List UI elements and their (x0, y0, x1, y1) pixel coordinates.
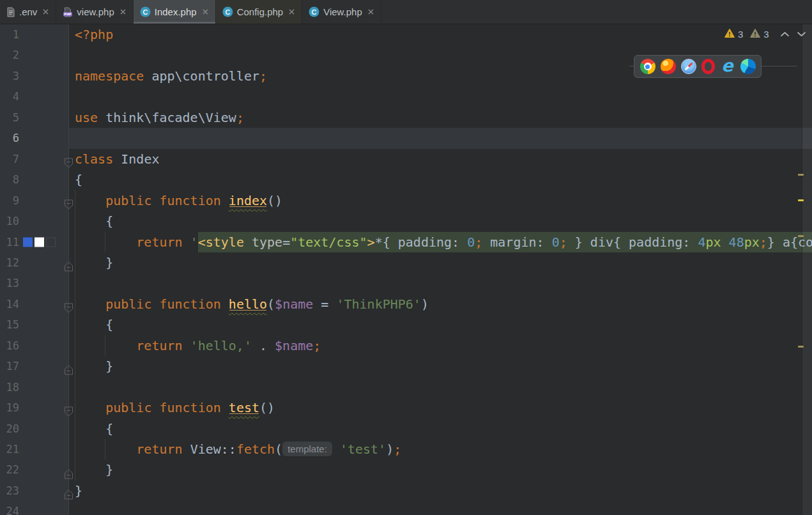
fold-expanded-icon[interactable] (64, 195, 73, 206)
line-number[interactable]: 18 (0, 377, 19, 397)
fold-expanded-icon[interactable] (64, 299, 73, 310)
line-number[interactable]: 22 (0, 459, 19, 480)
color-swatch[interactable] (34, 237, 44, 247)
code-token: "text/css" (290, 234, 367, 250)
line-number[interactable]: 1 (0, 24, 19, 45)
fold-end-icon[interactable] (64, 361, 73, 372)
close-icon[interactable] (288, 8, 295, 15)
tab-view.php[interactable]: PHPview.php (56, 0, 133, 24)
line-number[interactable]: 16 (0, 335, 19, 356)
previous-highlight-button[interactable] (780, 31, 790, 37)
opera-icon[interactable] (701, 59, 715, 74)
line-number[interactable]: 4 (0, 86, 19, 107)
fold-expanded-icon[interactable] (64, 403, 73, 413)
code-token: = (313, 296, 336, 312)
code-token: public function (105, 193, 221, 208)
tab-Config.php[interactable]: CConfig.php (216, 0, 303, 24)
line-number[interactable]: 23 (0, 480, 19, 501)
tab-Index.php[interactable]: CIndex.php (134, 0, 216, 24)
code-text: } (75, 480, 82, 501)
fold-end-icon[interactable] (64, 465, 73, 475)
line-number[interactable]: 15 (0, 314, 19, 335)
fold-end-icon[interactable] (64, 486, 73, 496)
line-number[interactable]: 10 (0, 211, 19, 231)
line-number[interactable]: 11 (0, 232, 19, 252)
code-text: } (75, 459, 113, 480)
code-editor[interactable]: 1<?php23namespace app\controller;45use t… (0, 24, 812, 515)
internet-explorer-icon[interactable] (720, 59, 735, 74)
code-token (721, 234, 729, 250)
code-token: } (75, 255, 113, 270)
close-icon[interactable] (367, 8, 374, 15)
fold-end-icon[interactable] (64, 258, 73, 268)
tab-bar: .envPHPview.phpCIndex.phpCConfig.phpCVie… (0, 0, 812, 24)
code-token: Index (113, 151, 159, 167)
line-number[interactable]: 20 (0, 419, 19, 439)
code-token: think\facade\View (98, 110, 236, 125)
line-number[interactable]: 12 (0, 252, 19, 273)
line-number[interactable]: 5 (0, 107, 19, 128)
error-stripe-mark[interactable] (798, 346, 804, 348)
code-token (75, 338, 136, 353)
line-number[interactable]: 19 (0, 397, 19, 418)
error-stripe-mark[interactable] (798, 174, 804, 176)
safari-icon[interactable] (681, 59, 696, 74)
line-number[interactable]: 3 (0, 66, 19, 86)
open-in-browser-toolbar (634, 55, 762, 78)
code-line: 23} (0, 480, 812, 501)
code-token: <style (198, 234, 244, 250)
code-token: 'ThinkPHP6' (336, 296, 420, 312)
chrome-icon[interactable] (640, 59, 655, 74)
line-number[interactable]: 7 (0, 149, 19, 169)
error-stripe-mark[interactable] (798, 235, 804, 237)
line-number[interactable]: 24 (0, 501, 19, 515)
code-line: 13 (0, 273, 812, 293)
code-text: } (75, 356, 113, 376)
tab-View.php[interactable]: CView.php (302, 0, 381, 24)
weak-warning-count[interactable]: 3 (763, 29, 769, 40)
tab-label: view.php (77, 6, 114, 17)
code-token: fetch (236, 442, 275, 457)
line-number[interactable]: 13 (0, 273, 19, 293)
warning-icon[interactable] (724, 28, 735, 40)
code-token: View:: (190, 442, 236, 457)
close-icon[interactable] (202, 8, 209, 15)
code-line: 15 { (0, 314, 812, 335)
code-text: return '<style type="text/css">*{ paddin… (75, 232, 812, 252)
tab-label: View.php (323, 6, 362, 17)
color-swatch[interactable] (46, 237, 56, 247)
code-line: 16 return 'hello,' . $name; (0, 335, 812, 356)
warning-count[interactable]: 3 (738, 29, 743, 40)
code-token (75, 234, 136, 250)
code-token: ) (421, 296, 429, 312)
line-number[interactable]: 14 (0, 294, 19, 314)
line-number[interactable]: 9 (0, 190, 19, 211)
code-token: { (75, 172, 82, 187)
line-number[interactable]: 6 (0, 128, 19, 148)
code-token: = (282, 234, 290, 250)
close-icon[interactable] (42, 8, 49, 15)
color-swatch[interactable] (23, 237, 33, 247)
firefox-icon[interactable] (661, 59, 676, 74)
line-number[interactable]: 8 (0, 169, 19, 190)
close-icon[interactable] (119, 8, 126, 15)
code-token: class (75, 151, 113, 167)
line-number[interactable]: 2 (0, 45, 19, 65)
code-token: 0 (552, 234, 560, 250)
error-stripe-mark[interactable] (798, 199, 804, 201)
code-token: ' (190, 234, 198, 250)
svg-text:PHP: PHP (65, 12, 72, 16)
vertical-scrollbar[interactable] (802, 24, 812, 515)
next-highlight-button[interactable] (797, 31, 806, 37)
line-number[interactable]: 21 (0, 439, 19, 459)
code-text: { (75, 314, 113, 335)
tab-label: Index.php (155, 6, 197, 17)
line-number[interactable]: 17 (0, 356, 19, 376)
code-token: index (229, 193, 267, 208)
edge-icon[interactable] (740, 59, 756, 74)
fold-expanded-icon[interactable] (64, 153, 73, 164)
code-text: return View::fetch(template: 'test'); (75, 439, 401, 459)
code-token: use (75, 110, 98, 125)
tab-.env[interactable]: .env (0, 0, 56, 24)
weak-warning-icon[interactable] (750, 28, 760, 40)
